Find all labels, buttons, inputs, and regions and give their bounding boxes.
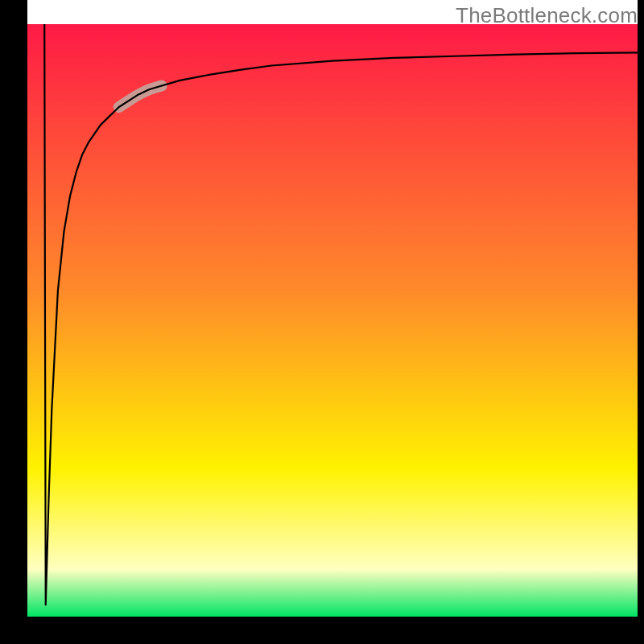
watermark-label: TheBottleneck.com xyxy=(456,3,638,28)
chart-container: TheBottleneck.com xyxy=(0,0,644,644)
plot-background xyxy=(27,24,638,617)
axis-bottom-border xyxy=(0,617,644,644)
axis-left-border xyxy=(0,0,27,644)
bottleneck-chart xyxy=(0,0,644,644)
axis-right-border xyxy=(638,0,644,644)
